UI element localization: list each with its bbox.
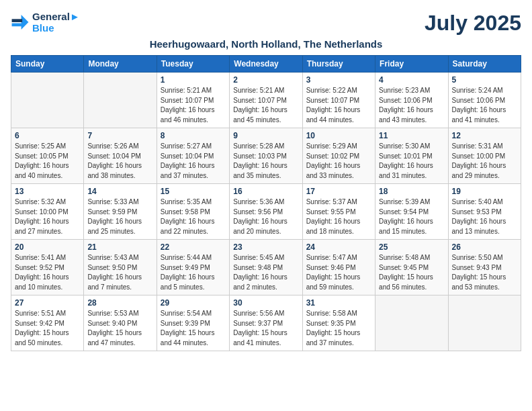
calendar-cell: 4Sunrise: 5:23 AM Sunset: 10:06 PM Dayli… [375,73,448,128]
svg-rect-2 [12,19,23,22]
calendar-week-row: 6Sunrise: 5:25 AM Sunset: 10:05 PM Dayli… [11,128,521,184]
day-info: Sunrise: 5:50 AM Sunset: 9:43 PM Dayligh… [452,253,517,292]
day-header-sunday: Sunday [11,56,84,73]
day-info: Sunrise: 5:39 AM Sunset: 9:54 PM Dayligh… [379,197,444,236]
day-number: 7 [87,131,152,140]
calendar-cell: 29Sunrise: 5:54 AM Sunset: 9:39 PM Dayli… [157,295,229,351]
day-number: 6 [15,131,80,140]
day-number: 4 [379,75,444,85]
day-header-wednesday: Wednesday [230,56,302,73]
calendar-week-row: 20Sunrise: 5:41 AM Sunset: 9:52 PM Dayli… [11,240,521,295]
day-number: 8 [161,131,226,140]
calendar-cell: 30Sunrise: 5:56 AM Sunset: 9:37 PM Dayli… [230,295,302,351]
day-number: 10 [306,131,371,140]
day-info: Sunrise: 5:43 AM Sunset: 9:50 PM Dayligh… [87,253,152,292]
day-number: 24 [306,242,371,252]
calendar-cell: 14Sunrise: 5:33 AM Sunset: 9:59 PM Dayli… [84,184,157,240]
calendar-cell [375,295,448,351]
calendar-cell [11,73,84,128]
day-header-tuesday: Tuesday [157,56,229,73]
day-number: 19 [452,187,517,196]
day-number: 5 [452,75,517,85]
day-number: 16 [233,187,298,196]
day-info: Sunrise: 5:37 AM Sunset: 9:55 PM Dayligh… [306,197,371,236]
calendar-week-row: 13Sunrise: 5:32 AM Sunset: 10:00 PM Dayl… [11,184,521,240]
day-info: Sunrise: 5:21 AM Sunset: 10:07 PM Daylig… [161,86,226,125]
day-number: 22 [161,242,226,252]
day-info: Sunrise: 5:23 AM Sunset: 10:06 PM Daylig… [379,86,444,125]
calendar-cell: 9Sunrise: 5:28 AM Sunset: 10:03 PM Dayli… [230,128,302,184]
day-number: 3 [306,75,371,85]
day-info: Sunrise: 5:36 AM Sunset: 9:56 PM Dayligh… [233,197,298,236]
day-header-thursday: Thursday [302,56,375,73]
day-number: 12 [452,131,517,140]
day-info: Sunrise: 5:40 AM Sunset: 9:53 PM Dayligh… [452,197,517,236]
day-info: Sunrise: 5:28 AM Sunset: 10:03 PM Daylig… [233,142,298,181]
calendar-cell: 3Sunrise: 5:22 AM Sunset: 10:07 PM Dayli… [302,73,375,128]
calendar-cell: 11Sunrise: 5:30 AM Sunset: 10:01 PM Dayl… [375,128,448,184]
calendar-cell: 12Sunrise: 5:31 AM Sunset: 10:00 PM Dayl… [448,128,521,184]
calendar-cell [84,73,157,128]
day-number: 27 [15,298,80,308]
calendar-cell: 23Sunrise: 5:45 AM Sunset: 9:48 PM Dayli… [230,240,302,295]
day-number: 2 [233,75,298,85]
day-number: 26 [452,242,517,252]
calendar-cell: 25Sunrise: 5:48 AM Sunset: 9:45 PM Dayli… [375,240,448,295]
calendar-cell: 8Sunrise: 5:27 AM Sunset: 10:04 PM Dayli… [157,128,229,184]
day-info: Sunrise: 5:22 AM Sunset: 10:07 PM Daylig… [306,86,371,125]
calendar-table: SundayMondayTuesdayWednesdayThursdayFrid… [11,55,521,351]
day-number: 1 [161,75,226,85]
day-info: Sunrise: 5:47 AM Sunset: 9:46 PM Dayligh… [306,253,371,292]
day-info: Sunrise: 5:35 AM Sunset: 9:58 PM Dayligh… [161,197,226,236]
calendar-cell [448,295,521,351]
day-header-friday: Friday [375,56,448,73]
calendar-cell: 21Sunrise: 5:43 AM Sunset: 9:50 PM Dayli… [84,240,157,295]
calendar-cell: 1Sunrise: 5:21 AM Sunset: 10:07 PM Dayli… [157,73,229,128]
day-number: 29 [161,298,226,308]
logo-text: General► Blue [32,11,80,34]
day-number: 30 [233,298,298,308]
day-info: Sunrise: 5:25 AM Sunset: 10:05 PM Daylig… [15,142,80,181]
day-number: 21 [87,242,152,252]
day-number: 9 [233,131,298,140]
calendar-header-row: SundayMondayTuesdayWednesdayThursdayFrid… [11,56,521,73]
day-info: Sunrise: 5:24 AM Sunset: 10:06 PM Daylig… [452,86,517,125]
day-info: Sunrise: 5:32 AM Sunset: 10:00 PM Daylig… [15,197,80,236]
day-info: Sunrise: 5:56 AM Sunset: 9:37 PM Dayligh… [233,309,298,348]
calendar-cell: 2Sunrise: 5:21 AM Sunset: 10:07 PM Dayli… [230,73,302,128]
day-number: 17 [306,187,371,196]
day-info: Sunrise: 5:27 AM Sunset: 10:04 PM Daylig… [161,142,226,181]
day-number: 13 [15,187,80,196]
day-number: 15 [161,187,226,196]
day-info: Sunrise: 5:33 AM Sunset: 9:59 PM Dayligh… [87,197,152,236]
page-header: General► Blue July 2025 [11,11,521,36]
day-info: Sunrise: 5:30 AM Sunset: 10:01 PM Daylig… [379,142,444,181]
day-info: Sunrise: 5:58 AM Sunset: 9:35 PM Dayligh… [306,309,371,348]
day-info: Sunrise: 5:54 AM Sunset: 9:39 PM Dayligh… [161,309,226,348]
day-number: 20 [15,242,80,252]
day-info: Sunrise: 5:31 AM Sunset: 10:00 PM Daylig… [452,142,517,181]
calendar-cell: 5Sunrise: 5:24 AM Sunset: 10:06 PM Dayli… [448,73,521,128]
calendar-cell: 13Sunrise: 5:32 AM Sunset: 10:00 PM Dayl… [11,184,84,240]
day-info: Sunrise: 5:51 AM Sunset: 9:42 PM Dayligh… [15,309,80,348]
day-header-monday: Monday [84,56,157,73]
day-number: 11 [379,131,444,140]
logo: General► Blue [11,11,80,34]
day-number: 25 [379,242,444,252]
location-title: Heerhugowaard, North Holland, The Nether… [11,38,521,50]
calendar-cell: 26Sunrise: 5:50 AM Sunset: 9:43 PM Dayli… [448,240,521,295]
calendar-cell: 27Sunrise: 5:51 AM Sunset: 9:42 PM Dayli… [11,295,84,351]
calendar-week-row: 1Sunrise: 5:21 AM Sunset: 10:07 PM Dayli… [11,73,521,128]
day-info: Sunrise: 5:53 AM Sunset: 9:40 PM Dayligh… [87,309,152,348]
calendar-cell: 18Sunrise: 5:39 AM Sunset: 9:54 PM Dayli… [375,184,448,240]
day-info: Sunrise: 5:48 AM Sunset: 9:45 PM Dayligh… [379,253,444,292]
calendar-cell: 6Sunrise: 5:25 AM Sunset: 10:05 PM Dayli… [11,128,84,184]
day-info: Sunrise: 5:44 AM Sunset: 9:49 PM Dayligh… [161,253,226,292]
calendar-cell: 17Sunrise: 5:37 AM Sunset: 9:55 PM Dayli… [302,184,375,240]
day-header-saturday: Saturday [448,56,521,73]
month-title: July 2025 [425,11,521,36]
calendar-cell: 16Sunrise: 5:36 AM Sunset: 9:56 PM Dayli… [230,184,302,240]
day-info: Sunrise: 5:21 AM Sunset: 10:07 PM Daylig… [233,86,298,125]
day-info: Sunrise: 5:41 AM Sunset: 9:52 PM Dayligh… [15,253,80,292]
day-number: 14 [87,187,152,196]
